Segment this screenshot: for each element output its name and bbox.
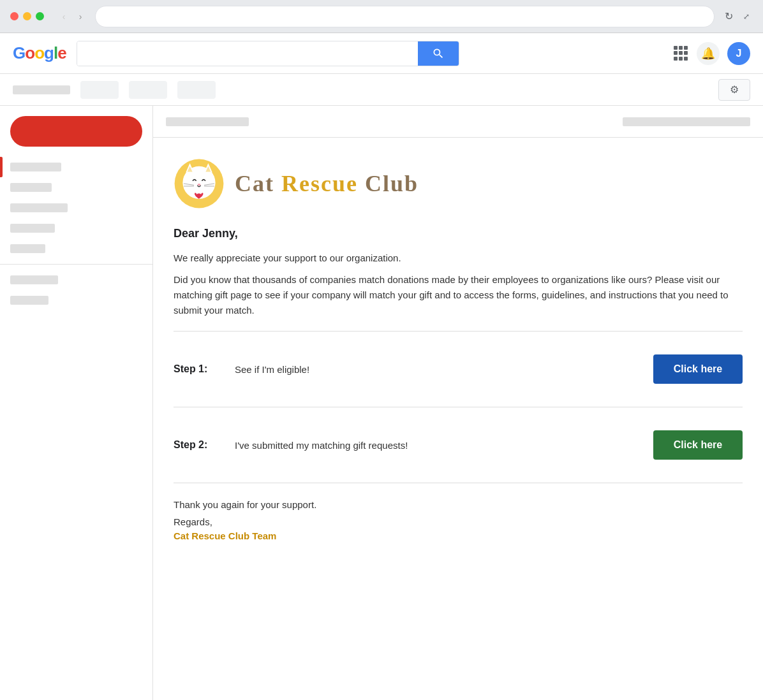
compose-button[interactable] bbox=[10, 116, 142, 147]
step-2-row: Step 2: I've submitted my matching gift … bbox=[174, 420, 743, 470]
cat-rescue-logo bbox=[174, 158, 225, 209]
divider-2 bbox=[174, 407, 743, 407]
gmail-tab-2[interactable] bbox=[129, 81, 167, 99]
search-bar[interactable] bbox=[77, 41, 459, 66]
step-2-label: Step 2: bbox=[174, 439, 225, 451]
step-1-button[interactable]: Click here bbox=[653, 354, 743, 384]
sidebar-label-4 bbox=[10, 224, 55, 233]
traffic-lights bbox=[10, 12, 44, 20]
email-para-2: Did you know that thousands of companies… bbox=[174, 272, 743, 318]
browser-actions: ↻ ⤢ bbox=[722, 10, 753, 23]
sidebar-label-6 bbox=[10, 275, 58, 284]
email-list-header bbox=[153, 106, 763, 138]
close-button[interactable] bbox=[10, 12, 19, 20]
sidebar-label-7 bbox=[10, 296, 48, 305]
back-button[interactable]: ‹ bbox=[57, 10, 71, 24]
google-logo: Google bbox=[13, 43, 66, 63]
browser-titlebar: ‹ › ↻ ⤢ bbox=[0, 0, 763, 33]
gmail-tab-3[interactable] bbox=[177, 81, 216, 99]
email-header-right bbox=[623, 117, 750, 126]
step-2-button[interactable]: Click here bbox=[653, 430, 743, 460]
avatar[interactable]: J bbox=[727, 42, 750, 65]
email-content: Cat Rescue Club Dear Jenny, We really ap… bbox=[153, 138, 763, 700]
apps-icon[interactable] bbox=[674, 46, 689, 61]
sidebar-item-2[interactable] bbox=[0, 177, 152, 198]
google-header: Google 🔔 J bbox=[0, 33, 763, 74]
email-greeting: Dear Jenny, bbox=[174, 227, 743, 240]
gmail-menu bbox=[13, 85, 70, 94]
gmail-tab-1[interactable] bbox=[80, 81, 119, 99]
browser-chrome: ‹ › ↻ ⤢ Google bbox=[0, 0, 763, 700]
email-header-left bbox=[166, 117, 249, 126]
header-icons: 🔔 J bbox=[674, 42, 750, 65]
step-1-row: Step 1: See if I'm eligible! Click here bbox=[174, 344, 743, 394]
closing-line-1: Thank you again for your support. bbox=[174, 496, 743, 513]
fullscreen-button[interactable] bbox=[36, 12, 44, 20]
reload-icon[interactable]: ↻ bbox=[722, 10, 735, 23]
sidebar-label-5 bbox=[10, 244, 45, 253]
step-1-desc: See if I'm eligible! bbox=[235, 364, 643, 375]
sidebar bbox=[0, 106, 153, 700]
sidebar-item-5[interactable] bbox=[0, 238, 152, 259]
search-input[interactable] bbox=[77, 41, 418, 66]
forward-button[interactable]: › bbox=[73, 10, 87, 24]
minimize-button[interactable] bbox=[23, 12, 31, 20]
sidebar-label-1 bbox=[10, 163, 61, 171]
sidebar-item-3[interactable] bbox=[0, 198, 152, 218]
signature: Cat Rescue Club Team bbox=[174, 530, 743, 541]
closing-line-2: Regards, bbox=[174, 513, 743, 530]
sidebar-item-1[interactable] bbox=[0, 157, 152, 177]
step-1-label: Step 1: bbox=[174, 363, 225, 375]
sidebar-label-2 bbox=[10, 183, 52, 192]
gmail-toolbar: ⚙ bbox=[0, 74, 763, 106]
step-2-desc: I've submitted my matching gift requests… bbox=[235, 440, 643, 451]
sidebar-divider bbox=[0, 264, 152, 265]
sidebar-item-6[interactable] bbox=[0, 270, 152, 290]
email-para-1: We really appreciate your support to our… bbox=[174, 251, 743, 266]
sidebar-item-4[interactable] bbox=[0, 218, 152, 238]
email-logo-area: Cat Rescue Club bbox=[174, 158, 743, 209]
svg-point-6 bbox=[198, 184, 201, 186]
settings-button[interactable]: ⚙ bbox=[718, 79, 750, 101]
email-footer: Thank you again for your support. Regard… bbox=[174, 496, 743, 541]
divider-3 bbox=[174, 483, 743, 483]
divider-1 bbox=[174, 331, 743, 332]
sidebar-item-7[interactable] bbox=[0, 290, 152, 310]
address-bar[interactable] bbox=[95, 6, 715, 27]
expand-icon[interactable]: ⤢ bbox=[740, 10, 753, 23]
email-panel: Cat Rescue Club Dear Jenny, We really ap… bbox=[153, 106, 763, 700]
search-button[interactable] bbox=[418, 41, 459, 66]
notifications-icon[interactable]: 🔔 bbox=[697, 42, 720, 65]
nav-arrows: ‹ › bbox=[57, 10, 87, 24]
gmail-body: Cat Rescue Club Dear Jenny, We really ap… bbox=[0, 106, 763, 700]
org-name: Cat Rescue Club bbox=[235, 170, 419, 197]
sidebar-label-3 bbox=[10, 203, 68, 212]
